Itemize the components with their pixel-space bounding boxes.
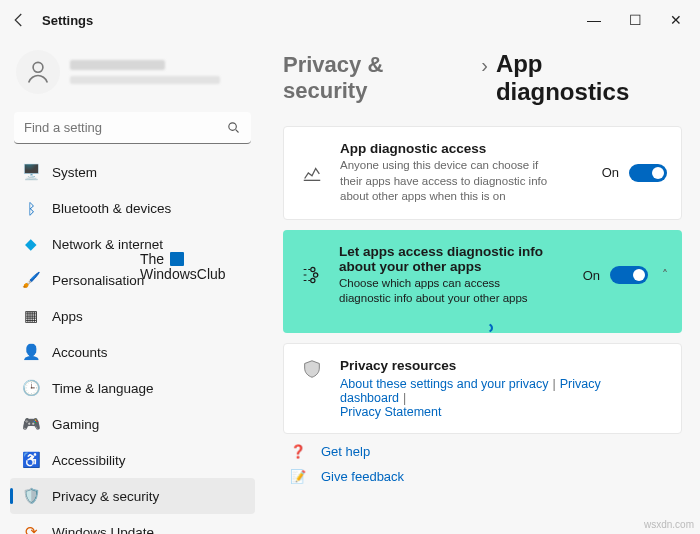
- page-title: App diagnostics: [496, 50, 682, 106]
- sidebar-item-label: Privacy & security: [52, 489, 159, 504]
- toggle-state: On: [602, 165, 619, 180]
- account-email: [70, 76, 220, 84]
- svg-point-3: [313, 273, 317, 277]
- breadcrumb: Privacy & security › App diagnostics: [283, 50, 682, 106]
- aux-label: Give feedback: [321, 469, 404, 484]
- card-app-diagnostic-access[interactable]: App diagnostic access Anyone using this …: [283, 126, 682, 220]
- bluetooth-icon: ᛒ: [22, 199, 40, 217]
- sidebar-item-label: Time & language: [52, 381, 154, 396]
- gaming-icon: 🎮: [22, 415, 40, 433]
- titlebar: Settings — ☐ ✕: [0, 0, 700, 40]
- back-button[interactable]: [10, 11, 28, 29]
- source-watermark: wsxdn.com: [644, 519, 694, 530]
- svg-point-0: [33, 62, 43, 72]
- feedback-icon: 📝: [289, 469, 307, 484]
- nav-list: 🖥️System ᛒBluetooth & devices ◆Network &…: [10, 154, 255, 534]
- card-desc: Choose which apps can access diagnostic …: [339, 276, 529, 307]
- minimize-button[interactable]: —: [587, 13, 601, 27]
- chart-icon: [298, 162, 326, 184]
- sidebar-item-label: Accounts: [52, 345, 108, 360]
- toggle-let-apps-access[interactable]: [610, 266, 648, 284]
- avatar: [16, 50, 60, 94]
- clock-icon: 🕒: [22, 379, 40, 397]
- sidebar-item-label: Personalisation: [52, 273, 144, 288]
- sidebar-item-gaming[interactable]: 🎮Gaming: [10, 406, 255, 442]
- sidebar-item-label: Accessibility: [52, 453, 126, 468]
- sidebar-item-label: Apps: [52, 309, 83, 324]
- toggle-app-diagnostic-access[interactable]: [629, 164, 667, 182]
- sidebar-item-system[interactable]: 🖥️System: [10, 154, 255, 190]
- wifi-icon: ◆: [22, 235, 40, 253]
- card-title: Let apps access diagnostic info about yo…: [339, 244, 569, 274]
- window-title: Settings: [42, 13, 93, 28]
- shield-icon: 🛡️: [22, 487, 40, 505]
- content: Privacy & security › App diagnostics App…: [265, 40, 700, 534]
- update-icon: ⟳: [22, 523, 40, 534]
- person-icon: 👤: [22, 343, 40, 361]
- sidebar-item-windows-update[interactable]: ⟳Windows Update: [10, 514, 255, 534]
- account-block[interactable]: [10, 46, 255, 106]
- account-name: [70, 60, 165, 70]
- svg-point-1: [229, 123, 237, 131]
- card-title: App diagnostic access: [340, 141, 588, 156]
- maximize-button[interactable]: ☐: [629, 13, 642, 27]
- sidebar-item-apps[interactable]: ▦Apps: [10, 298, 255, 334]
- sidebar-item-accounts[interactable]: 👤Accounts: [10, 334, 255, 370]
- sidebar-item-network[interactable]: ◆Network & internet: [10, 226, 255, 262]
- sidebar-item-label: Windows Update: [52, 525, 154, 535]
- paint-icon: 🖌️: [22, 271, 40, 289]
- link-privacy-statement[interactable]: Privacy Statement: [340, 405, 441, 419]
- card-let-apps-access[interactable]: Let apps access diagnostic info about yo…: [283, 230, 682, 333]
- loading-spinner: [467, 321, 493, 335]
- search-input[interactable]: [14, 112, 251, 144]
- card-desc: Anyone using this device can choose if t…: [340, 158, 550, 205]
- sidebar-item-personalisation[interactable]: 🖌️Personalisation: [10, 262, 255, 298]
- svg-point-2: [311, 267, 315, 271]
- sidebar-item-label: Bluetooth & devices: [52, 201, 171, 216]
- chevron-right-icon: ›: [481, 54, 488, 77]
- sidebar-item-label: System: [52, 165, 97, 180]
- sidebar: 🖥️System ᛒBluetooth & devices ◆Network &…: [0, 40, 265, 534]
- sidebar-item-label: Gaming: [52, 417, 99, 432]
- toggle-state: On: [583, 268, 600, 283]
- sidebar-item-time-language[interactable]: 🕒Time & language: [10, 370, 255, 406]
- sidebar-item-label: Network & internet: [52, 237, 163, 252]
- card-title: Privacy resources: [340, 358, 667, 373]
- shield-icon: [298, 358, 326, 380]
- breadcrumb-parent[interactable]: Privacy & security: [283, 52, 473, 104]
- chevron-up-icon[interactable]: ˄: [658, 268, 668, 282]
- link-about-settings[interactable]: About these settings and your privacy: [340, 377, 548, 391]
- give-feedback-link[interactable]: 📝 Give feedback: [289, 469, 682, 484]
- get-help-link[interactable]: ❓ Get help: [289, 444, 682, 459]
- sidebar-item-bluetooth[interactable]: ᛒBluetooth & devices: [10, 190, 255, 226]
- sidebar-item-accessibility[interactable]: ♿Accessibility: [10, 442, 255, 478]
- card-privacy-resources: Privacy resources About these settings a…: [283, 343, 682, 434]
- close-button[interactable]: ✕: [670, 13, 682, 27]
- accessibility-icon: ♿: [22, 451, 40, 469]
- list-toggle-icon: [297, 264, 325, 286]
- help-icon: ❓: [289, 444, 307, 459]
- svg-point-4: [311, 278, 315, 282]
- aux-label: Get help: [321, 444, 370, 459]
- apps-icon: ▦: [22, 307, 40, 325]
- sidebar-item-privacy-security[interactable]: 🛡️Privacy & security: [10, 478, 255, 514]
- search-icon: [226, 120, 241, 139]
- monitor-icon: 🖥️: [22, 163, 40, 181]
